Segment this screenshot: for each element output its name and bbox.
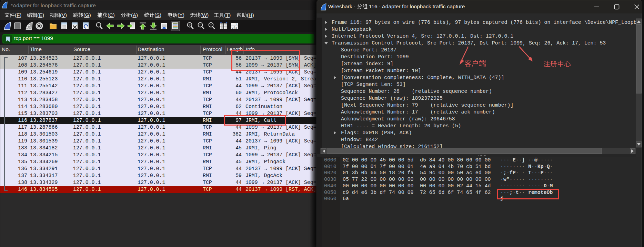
svg-text:1: 1	[235, 23, 237, 26]
svg-text:3: 3	[235, 27, 237, 29]
svg-text:2: 2	[232, 27, 233, 29]
